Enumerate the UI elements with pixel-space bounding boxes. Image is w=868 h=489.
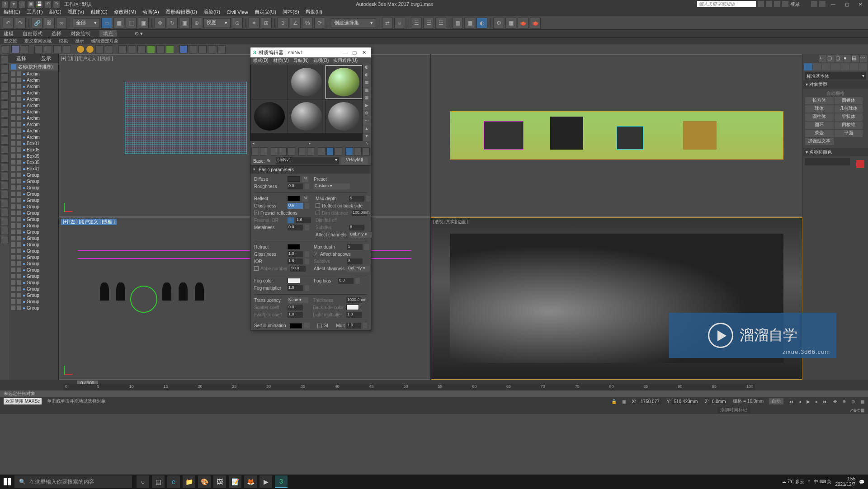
curve-editor-icon[interactable]: ▦ <box>452 18 463 28</box>
spin-btn[interactable] <box>305 183 309 189</box>
lt-icon[interactable] <box>0 155 9 163</box>
sample-slot-selected[interactable] <box>326 65 362 99</box>
scene-item[interactable]: ●Group <box>9 248 58 254</box>
menu-views[interactable]: 视图(V) <box>68 9 85 15</box>
create-primitive-button[interactable]: 球体 <box>805 105 834 113</box>
viewport-top[interactable]: [+] [顶 ] [用户定义 ] [线框 ] <box>59 54 430 217</box>
ex-icon-1[interactable] <box>2 45 10 53</box>
link-icon[interactable]: 🔗 <box>32 18 42 28</box>
menu-tools[interactable]: 工具(T) <box>27 9 43 15</box>
lt-icon[interactable] <box>0 191 9 199</box>
hslot-scroll-left[interactable]: ◂ <box>252 141 255 146</box>
named-selset-dropdown[interactable]: 创建选择集▾ <box>331 18 376 28</box>
fresnel-lock-button[interactable]: L <box>288 217 294 223</box>
bind-icon[interactable]: ∞ <box>56 18 67 28</box>
cloud-icon[interactable] <box>11 45 19 53</box>
nav-icon[interactable]: ▦ <box>860 399 864 404</box>
start-button[interactable] <box>0 475 14 489</box>
matdlg-titlebar[interactable]: 3 材质编辑器 - shiNv1 — ▢ ✕ <box>250 47 371 57</box>
putmat-icon[interactable] <box>260 147 268 155</box>
matmenu-mode[interactable]: 模式(D) <box>253 57 269 65</box>
scene-item[interactable]: ●Group <box>9 191 58 197</box>
maxdepth-spinner[interactable]: 5 <box>349 196 364 202</box>
ribbon-tab-freeform[interactable]: 自由形式 <box>23 30 42 37</box>
refrgloss-spinner[interactable]: 1.0 <box>288 251 303 257</box>
reflect-map-button[interactable]: M <box>302 196 308 202</box>
lt-icon[interactable] <box>0 91 9 99</box>
app-icon[interactable]: ▶ <box>259 475 272 488</box>
ex-icon-16[interactable] <box>217 45 226 53</box>
makeuniq-icon[interactable] <box>298 147 306 155</box>
nav-icon[interactable]: ⤢ <box>849 408 853 413</box>
lt-icon[interactable] <box>0 227 9 235</box>
menu-help[interactable]: 帮助(H) <box>306 9 322 15</box>
rollout-namecolor-header[interactable]: ▾ 名称和颜色 <box>803 148 868 156</box>
material-type-button[interactable]: VRayMtl <box>341 157 368 165</box>
scene-tab-select[interactable]: 选择 <box>16 55 26 62</box>
ior-spinner[interactable]: 1.6 <box>288 259 303 264</box>
cortana-icon[interactable]: ○ <box>137 475 149 488</box>
scene-item[interactable]: ●Group <box>9 292 58 298</box>
app-menu-icon[interactable]: 3 <box>2 1 8 8</box>
scene-tab-display[interactable]: 显示 <box>41 55 51 62</box>
pickmat-dropper-icon[interactable]: ✎ <box>267 158 274 164</box>
scene-item[interactable]: ●Group <box>9 178 58 184</box>
roughness-spinner[interactable]: 0.0 <box>288 183 303 189</box>
scene-item[interactable]: ●Group <box>9 267 58 273</box>
grass-icon[interactable] <box>166 45 174 53</box>
reflect-swatch[interactable] <box>288 196 300 201</box>
ex-icon-15[interactable] <box>208 45 216 53</box>
backlight-icon[interactable]: ◐ <box>363 72 371 80</box>
pctsnap-icon[interactable]: % <box>302 18 313 28</box>
scene-item[interactable]: ●Group <box>9 203 58 210</box>
sphere-icon[interactable] <box>179 45 188 53</box>
lt-icon[interactable] <box>0 118 9 127</box>
viewport-front[interactable] <box>431 54 802 217</box>
app-icon[interactable]: 📝 <box>229 475 241 488</box>
create-primitive-button[interactable]: 茶壶 <box>805 130 834 137</box>
redo-icon[interactable]: ↷ <box>15 18 26 28</box>
viewport-left[interactable]: [+] [左 ] [用户定义 ] [线框 ] <box>59 217 430 380</box>
ex-icon-8[interactable] <box>105 45 113 53</box>
cp-tab-7[interactable] <box>859 63 867 71</box>
anglesnap-icon[interactable]: ∠ <box>290 18 301 28</box>
spin-btn[interactable] <box>305 225 309 230</box>
gi-checkbox[interactable] <box>317 324 322 328</box>
scene-item[interactable]: ●Group <box>9 254 58 260</box>
spin-btn[interactable] <box>366 196 371 202</box>
cp-ex-icon[interactable]: ▢ <box>827 55 835 62</box>
menu-modifiers[interactable]: 修改器(M) <box>114 9 137 15</box>
play-next-icon[interactable]: ▸ <box>816 399 818 404</box>
scene-item[interactable]: ●Box05 <box>9 146 58 153</box>
refcoord-dropdown[interactable]: 视图▾ <box>203 18 231 28</box>
matmenu-util[interactable]: 实用程序(U) <box>333 57 358 65</box>
diffuse-swatch[interactable] <box>288 176 300 182</box>
menu-create[interactable]: 创建(C) <box>90 9 107 15</box>
lt-icon[interactable] <box>0 182 9 190</box>
abbe-checkbox[interactable] <box>254 266 259 271</box>
scene-item[interactable]: ●Group <box>9 216 58 222</box>
explorer-icon[interactable]: 📁 <box>183 475 195 488</box>
app-icon[interactable]: 🎨 <box>198 475 211 488</box>
keymode-icon[interactable]: ⊞ <box>261 18 272 28</box>
scene-item[interactable]: ●Archm <box>9 102 58 108</box>
weather-widget[interactable]: ☁ 7℃ 多云 <box>782 479 804 485</box>
scale-icon[interactable]: ▣ <box>179 18 190 28</box>
reset-icon[interactable] <box>279 147 287 155</box>
renderframe-icon[interactable]: ▦ <box>505 18 516 28</box>
nav-icon[interactable]: ⟲ <box>857 408 860 413</box>
minimize-button[interactable]: — <box>827 1 839 7</box>
ex-icon-13[interactable] <box>189 45 197 53</box>
cp-ex-icon[interactable]: ● <box>844 55 851 62</box>
3dsmax-task-icon[interactable]: 3 <box>275 475 288 488</box>
qat-icon[interactable]: ▾ <box>10 1 17 8</box>
scene-item[interactable]: ●Archm <box>9 89 58 96</box>
scene-list[interactable]: ●Archm●Archm●Archm●Archm●Archm●Archm●Arc… <box>9 71 58 380</box>
align-icon[interactable]: ≡ <box>394 18 405 28</box>
pivot-icon[interactable]: ⊙ <box>232 18 243 28</box>
spinnersnap-icon[interactable]: ⟳ <box>314 18 325 28</box>
preview-icon[interactable]: ▶ <box>363 103 371 110</box>
ex-icon-5[interactable] <box>53 45 61 53</box>
lt-icon[interactable] <box>0 109 9 118</box>
ex-icon-6[interactable] <box>63 45 71 53</box>
